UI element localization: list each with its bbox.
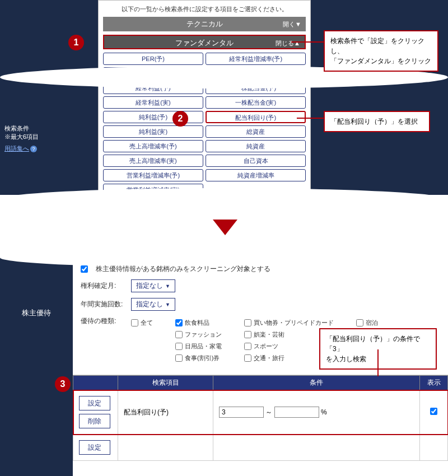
cell-actions: 設定 削除 xyxy=(73,390,118,435)
unit-label: % xyxy=(321,408,327,416)
card-hint: 以下の一覧から検索条件に設定する項目をご選択ください。 xyxy=(103,5,306,13)
kind-text: 全て xyxy=(141,319,153,327)
times-label: 年間実施回数: xyxy=(81,300,125,309)
cell-item: 配当利回り(予) xyxy=(118,390,213,435)
item-opinc-rate-f[interactable]: 営業利益増減率(予) xyxy=(103,169,203,181)
tilde: ～ xyxy=(265,408,272,416)
condition-table: 検索項目 条件 表示 設定 削除 配当利回り(予) ～ % xyxy=(73,375,448,461)
top-panel: 以下の一覧から検索条件に設定する項目をご選択ください。 テクニカル 開く▼ ファ… xyxy=(0,0,448,195)
arrow-down-icon xyxy=(213,220,237,235)
th-actions xyxy=(73,376,118,390)
leader-line xyxy=(297,118,325,119)
set-button[interactable]: 設定 xyxy=(79,396,110,410)
kind-checkbox[interactable] xyxy=(244,343,251,350)
item-total-assets[interactable]: 総資産 xyxy=(206,125,306,138)
set-button[interactable]: 設定 xyxy=(79,440,110,455)
step-badge-1: 1 xyxy=(68,35,84,50)
item-sales-rate-a[interactable]: 売上高増減率(実) xyxy=(103,155,203,167)
step-badge-3: 3 xyxy=(55,376,71,392)
item-net-assets[interactable]: 純資産 xyxy=(206,140,306,152)
select-value: 指定なし xyxy=(136,300,163,308)
item-ordinc-a[interactable]: 経常利益(実) xyxy=(103,96,203,109)
th-show: 表示 xyxy=(420,376,448,390)
benefit-only-checkbox[interactable] xyxy=(81,265,88,273)
month-label: 権利確定月: xyxy=(81,281,125,291)
kind-text: スポーツ xyxy=(254,342,278,351)
item-equity[interactable]: 自己資本 xyxy=(206,155,306,167)
kind-label: 優待の種類: xyxy=(81,316,125,326)
kind-checkbox[interactable] xyxy=(244,319,251,326)
chevron-down-icon: ▼ xyxy=(165,283,170,289)
cell-item xyxy=(118,435,213,461)
cell-show xyxy=(420,435,448,461)
select-value: 指定なし xyxy=(136,282,163,290)
item-per[interactable]: PER(予) xyxy=(103,53,203,65)
kind-text: 娯楽・芸術 xyxy=(254,330,284,339)
kind-checkbox[interactable] xyxy=(175,319,183,326)
kind-checkbox[interactable] xyxy=(356,319,363,326)
callout-2: 「配当利回り（予）」を選択 xyxy=(324,111,430,132)
kind-text: 食事(割引)券 xyxy=(185,354,220,362)
wave-cut xyxy=(0,197,448,220)
leader-line xyxy=(377,349,379,376)
th-item: 検索項目 xyxy=(118,376,213,390)
chevron-up-icon: 閉じる▲ xyxy=(276,36,300,50)
kind-checkbox[interactable] xyxy=(244,354,251,362)
kind-text: 日用品・家電 xyxy=(185,342,222,351)
item-ordinc-rate-f[interactable]: 経常利益増減率(予) xyxy=(206,53,306,65)
cell-actions: 設定 xyxy=(73,435,118,461)
condition-row-empty: 設定 xyxy=(73,435,448,461)
times-select[interactable]: 指定なし▼ xyxy=(131,298,175,311)
kind-text: ファッション xyxy=(185,330,222,339)
kind-checkbox[interactable] xyxy=(175,331,183,338)
glossary-link[interactable]: 用語集へ? xyxy=(4,144,37,153)
month-select[interactable]: 指定なし▼ xyxy=(131,279,175,292)
th-condition: 条件 xyxy=(213,376,420,390)
condition-row: 設定 削除 配当利回り(予) ～ % xyxy=(73,390,448,435)
item-netassets-rate[interactable]: 純資産増減率 xyxy=(206,169,306,181)
cell-condition: ～ % xyxy=(213,390,420,435)
callout-1: 検索条件で「設定」をクリックし、 「ファンダメンタル」をクリック xyxy=(324,30,438,72)
side-tab-area: 株主優待 xyxy=(0,258,73,476)
search-cond-label: 検索条件 ※最大6項目 xyxy=(4,124,39,142)
kind-checkbox[interactable] xyxy=(175,343,183,350)
item-netinc-f[interactable]: 純利益(予) xyxy=(103,111,203,123)
tab-shareholder-benefit[interactable]: 株主優待 xyxy=(0,308,73,318)
benefit-only-label: 株主優待情報がある銘柄のみをスクリーニング対象とする xyxy=(96,264,270,274)
leader-line xyxy=(291,41,325,43)
section-fundamental[interactable]: ファンダメンタル 閉じる▲ xyxy=(103,35,306,49)
item-netinc-a[interactable]: 純利益(実) xyxy=(103,125,203,138)
from-input[interactable] xyxy=(219,407,264,418)
cell-show xyxy=(420,390,448,435)
delete-button[interactable]: 削除 xyxy=(79,414,110,428)
section-label: ファンダメンタル xyxy=(175,39,234,47)
kind-all-checkbox[interactable] xyxy=(131,319,138,326)
chevron-down-icon: ▼ xyxy=(165,302,170,307)
kind-text: 飲食料品 xyxy=(185,319,209,327)
kind-text: 宿泊 xyxy=(366,319,378,327)
section-technical[interactable]: テクニカル 開く▼ xyxy=(103,17,306,31)
section-label: テクニカル xyxy=(186,20,223,28)
cell-condition xyxy=(213,435,420,461)
kind-text: 買い物券・プリペイドカード xyxy=(254,319,334,327)
item-dps-a[interactable]: 一株配当金(実) xyxy=(206,96,306,109)
condition-card: 以下の一覧から検索条件に設定する項目をご選択ください。 テクニカル 開く▼ ファ… xyxy=(98,0,311,197)
help-icon: ? xyxy=(30,146,37,152)
kind-checkbox[interactable] xyxy=(244,331,251,338)
kind-checkbox[interactable] xyxy=(175,354,183,362)
item-sales-rate-f[interactable]: 売上高増減率(予) xyxy=(103,140,203,152)
glossary-text: 用語集へ xyxy=(4,145,29,152)
kind-text: 交通・旅行 xyxy=(254,354,284,362)
show-checkbox[interactable] xyxy=(430,408,437,415)
chevron-down-icon: 開く▼ xyxy=(283,17,301,31)
step-badge-2: 2 xyxy=(172,111,188,127)
to-input[interactable] xyxy=(274,407,319,418)
item-dividend-yield-f[interactable]: 配当利回り(予) xyxy=(206,111,306,123)
